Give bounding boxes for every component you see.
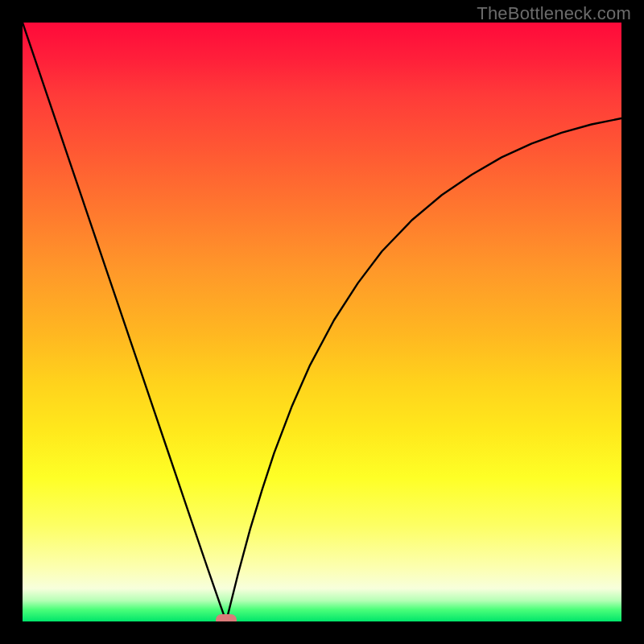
bottleneck-curve [23, 23, 621, 621]
optimum-marker [216, 614, 237, 621]
curve-path [23, 23, 621, 621]
watermark-text: TheBottleneck.com [477, 3, 631, 24]
chart-frame: TheBottleneck.com [0, 0, 644, 644]
plot-area [23, 23, 621, 621]
